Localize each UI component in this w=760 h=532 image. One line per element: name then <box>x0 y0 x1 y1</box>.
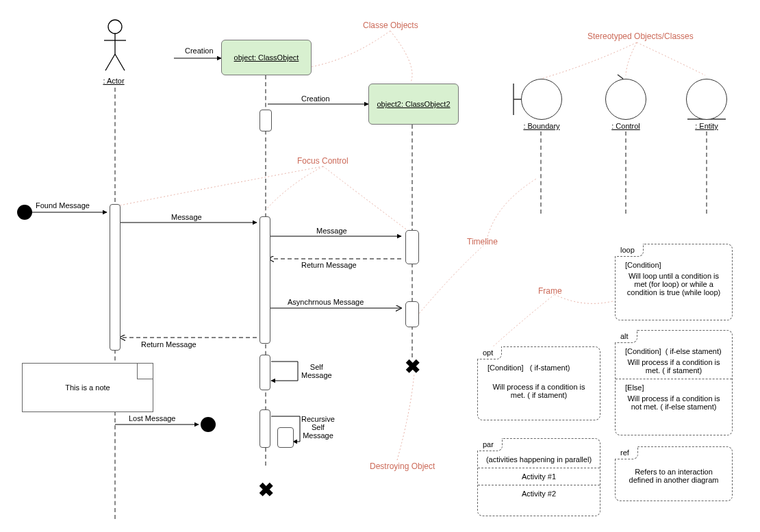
frame-opt-cond: [Condition] <box>487 364 524 372</box>
label-msg1: Message <box>171 213 202 221</box>
anno-frame: Frame <box>538 286 562 296</box>
boundary-label: : Boundary <box>514 122 569 130</box>
control-circle <box>605 79 646 120</box>
label-creation2: Creation <box>301 94 330 103</box>
activation-obj2-1 <box>405 230 419 264</box>
entity-circle <box>686 79 727 120</box>
frame-alt-cond: [Condition] <box>625 347 661 355</box>
object2-box: object2: ClassObject2 <box>368 84 459 125</box>
frame-alt: alt [Condition] ( if-else stament) Will … <box>615 330 733 435</box>
activation-recursive <box>259 409 270 448</box>
activation-self <box>259 355 270 390</box>
frame-ref-body: Refers to an interaction defined in anot… <box>622 468 725 484</box>
frame-loop-body: Will loop until a condition is met (for … <box>622 272 725 296</box>
activation-actor <box>110 204 121 351</box>
anno-destroy: Destroying Object <box>370 461 435 471</box>
frame-par-head: (activities happening in parallel) <box>485 455 593 464</box>
frame-loop-cond: [Condition] <box>622 261 725 272</box>
label-return1: Return Message <box>301 261 357 269</box>
frame-alt-hint: ( if-else stament) <box>666 347 722 355</box>
control-label: : Control <box>598 122 653 130</box>
frame-par-tag: par <box>477 438 503 451</box>
label-creation1: Creation <box>185 47 214 55</box>
label-recursive: Recursive Self Message <box>301 415 335 440</box>
frame-opt: opt [Condition] ( if-stament) Will proce… <box>477 346 600 420</box>
destroy-x-obj1: ✖ <box>258 479 274 501</box>
frame-opt-body: Will process if a condition is met. ( if… <box>485 383 593 399</box>
label-return2: Return Message <box>141 340 197 349</box>
entity-label: : Entity <box>679 122 734 130</box>
frame-opt-hint: ( if-stament) <box>530 364 570 372</box>
object1-box: object: ClassObject <box>221 40 312 75</box>
anno-focus: Focus Control <box>297 156 349 166</box>
frame-loop: loop [Condition] Will loop until a condi… <box>615 244 733 320</box>
activation-obj1-top <box>259 110 272 131</box>
lifeline-control <box>625 131 626 214</box>
frame-alt-else: [Else] <box>622 383 725 394</box>
lost-gate-dot <box>201 417 216 432</box>
frame-alt-body2: Will process if a condition is not met. … <box>622 394 725 411</box>
activation-recursive-inner <box>277 427 294 448</box>
frame-alt-body1: Will process if a condition is met. ( if… <box>622 358 725 375</box>
note-box: This is a note <box>22 363 153 412</box>
label-lost: Lost Message <box>129 414 175 422</box>
frame-ref: ref Refers to an interaction defined in … <box>615 446 733 501</box>
frame-par-a2: Activity #2 <box>485 490 593 498</box>
frame-ref-tag: ref <box>615 446 638 459</box>
note-text: This is a note <box>65 383 110 392</box>
activation-obj1-main <box>259 216 270 344</box>
anno-stereo-title: Stereotyped Objects/Classes <box>587 31 694 41</box>
label-async: Asynchrnous Message <box>288 298 364 306</box>
actor-label: : Actor <box>93 77 134 85</box>
label-msg2: Message <box>316 227 347 235</box>
frame-par: par (activities happening in parallel) A… <box>477 438 600 516</box>
frame-loop-tag: loop <box>615 244 644 257</box>
activation-obj2-2 <box>405 301 419 327</box>
svg-line-15 <box>105 54 115 71</box>
svg-line-16 <box>115 54 125 71</box>
anno-timeline: Timeline <box>467 237 498 246</box>
boundary-circle <box>521 79 562 120</box>
svg-point-12 <box>108 20 122 34</box>
frame-alt-tag: alt <box>615 330 637 343</box>
found-gate-dot <box>17 205 32 220</box>
lifeline-boundary <box>540 131 542 214</box>
frame-par-a1: Activity #1 <box>485 472 593 481</box>
label-found: Found Message <box>36 201 90 210</box>
frame-opt-tag: opt <box>477 346 502 359</box>
destroy-x-obj2: ✖ <box>405 355 420 378</box>
lifeline-entity <box>706 131 707 214</box>
label-self: Self Message <box>301 363 332 379</box>
actor-icon <box>101 18 129 73</box>
anno-classe: Classe Objects <box>363 21 418 30</box>
